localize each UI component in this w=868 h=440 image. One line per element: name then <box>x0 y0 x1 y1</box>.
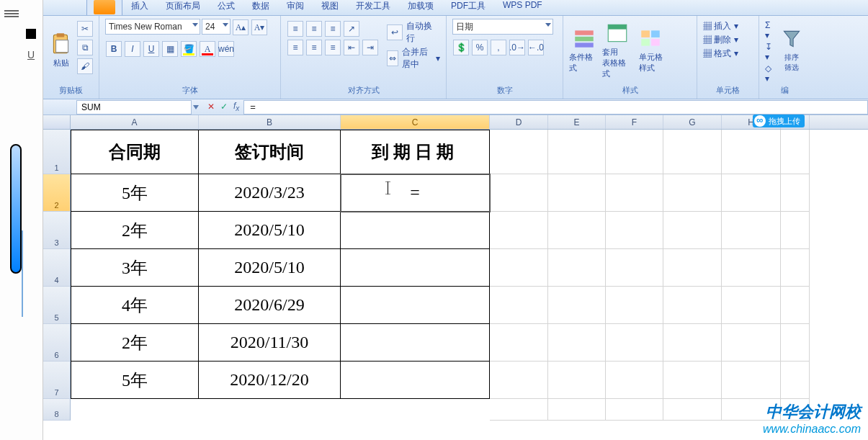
hamburger-icon[interactable] <box>4 9 19 19</box>
row-header-5[interactable]: 5 <box>43 287 71 324</box>
row-header-2[interactable]: 2 <box>43 174 71 212</box>
clear-button[interactable]: ◇ ▾ <box>765 63 777 84</box>
cell-H3[interactable] <box>722 212 781 249</box>
cell-H4[interactable] <box>722 249 781 287</box>
ribbon-tab-3[interactable]: 公式 <box>209 0 243 15</box>
namebox-dropdown-icon[interactable] <box>193 105 199 109</box>
cell-A5[interactable]: 4年 <box>71 287 199 324</box>
cells-format-button[interactable]: ▦ 格式 ▾ <box>703 48 738 60</box>
cell-D2[interactable] <box>490 174 548 212</box>
cut-button[interactable]: ✂ <box>77 21 93 37</box>
cell-C6[interactable] <box>341 324 490 362</box>
cell-D6[interactable] <box>490 324 548 362</box>
underline-button[interactable]: U <box>143 41 159 57</box>
cell-A7[interactable]: 5年 <box>71 362 199 399</box>
align-top-button[interactable]: ≡ <box>287 21 303 37</box>
cell-H1[interactable] <box>722 130 781 174</box>
comma-button[interactable]: , <box>491 40 506 55</box>
spreadsheet-grid[interactable]: ABCDEFGHJ 拖拽上传 12345678 合同期签订时间到期日期5年202… <box>43 115 868 440</box>
phonetic-button[interactable]: wén <box>218 41 234 57</box>
cell-F8[interactable] <box>606 399 663 421</box>
cell-D1[interactable] <box>490 130 548 174</box>
bold-button[interactable]: B <box>106 41 122 57</box>
fill-button[interactable]: ↧ ▾ <box>765 42 777 62</box>
cell-J2[interactable] <box>781 174 810 212</box>
cell-H7[interactable] <box>722 362 781 399</box>
cell-J7[interactable] <box>781 362 810 399</box>
merge-center-button[interactable]: ⇔合并后居中 ▾ <box>386 46 440 71</box>
cell-E4[interactable] <box>548 249 606 287</box>
wrap-text-button[interactable]: ↩自动换行 <box>386 20 440 45</box>
font-name-combo[interactable]: Times New Roman <box>105 19 200 35</box>
cell-B1[interactable]: 签订时间 <box>199 130 341 174</box>
cell-F1[interactable] <box>606 130 663 174</box>
cell-G6[interactable] <box>663 324 722 362</box>
cell-J3[interactable] <box>781 212 810 249</box>
copy-button[interactable]: ⧉ <box>77 40 93 55</box>
ribbon-tab-1[interactable]: 插入 <box>122 0 157 15</box>
formula-input[interactable]: = <box>243 100 868 115</box>
grow-font-button[interactable]: A▴ <box>233 19 249 35</box>
cell-F2[interactable] <box>606 174 663 212</box>
cell-E3[interactable] <box>548 212 606 249</box>
col-header-A[interactable]: A <box>71 115 199 129</box>
col-header-G[interactable]: G <box>663 115 722 129</box>
cell-J5[interactable] <box>781 287 810 324</box>
cell-J1[interactable] <box>781 130 810 174</box>
orientation-button[interactable]: ↗ <box>344 21 359 37</box>
ribbon-tab-8[interactable]: 加载项 <box>399 0 442 15</box>
col-header-E[interactable]: E <box>548 115 606 129</box>
row-header-6[interactable]: 6 <box>43 324 71 362</box>
cell-C3[interactable] <box>341 212 490 249</box>
font-color-button[interactable]: A <box>200 41 215 57</box>
upload-badge[interactable]: 拖拽上传 <box>753 115 805 127</box>
currency-button[interactable]: 💲 <box>453 40 469 55</box>
cell-E8[interactable] <box>548 399 606 421</box>
cell-E1[interactable] <box>548 130 606 174</box>
italic-button[interactable]: I <box>125 41 140 57</box>
cell-D4[interactable] <box>490 249 548 287</box>
cell-D5[interactable] <box>490 287 548 324</box>
select-all-corner[interactable] <box>43 115 71 129</box>
ribbon-tab-2[interactable]: 页面布局 <box>157 0 209 15</box>
percent-button[interactable]: % <box>472 40 488 55</box>
cell-G5[interactable] <box>663 287 722 324</box>
cell-A1[interactable]: 合同期 <box>71 130 199 174</box>
cell-A3[interactable]: 2年 <box>71 212 199 249</box>
font-size-combo[interactable]: 24 <box>202 19 231 35</box>
cell-C7[interactable] <box>341 362 490 399</box>
cell-F4[interactable] <box>606 249 663 287</box>
cell-G2[interactable] <box>663 174 722 212</box>
ribbon-tab-5[interactable]: 审阅 <box>278 0 313 15</box>
cell-D3[interactable] <box>490 212 548 249</box>
inc-decimal-button[interactable]: .0→ <box>509 40 525 55</box>
col-header-D[interactable]: D <box>490 115 548 129</box>
align-bottom-button[interactable]: ≡ <box>325 21 341 37</box>
cell-C5[interactable] <box>341 287 490 324</box>
cell-A6[interactable]: 2年 <box>71 324 199 362</box>
name-box[interactable]: SUM <box>76 100 192 115</box>
cell-B6[interactable]: 2020/11/30 <box>199 324 341 362</box>
cell-F3[interactable] <box>606 212 663 249</box>
cell-F5[interactable] <box>606 287 663 324</box>
sort-filter-button[interactable]: 排序 筛选 <box>779 19 804 81</box>
office-button[interactable] <box>94 0 115 14</box>
cell-D7[interactable] <box>490 362 548 399</box>
col-header-F[interactable]: F <box>606 115 663 129</box>
cell-B2[interactable]: 2020/3/23 <box>199 174 341 212</box>
cell-H5[interactable] <box>722 287 781 324</box>
conditional-format-button[interactable]: 条件格式 <box>569 19 599 81</box>
cell-G8[interactable] <box>663 399 722 421</box>
cell-G3[interactable] <box>663 212 722 249</box>
cell-G7[interactable] <box>663 362 722 399</box>
cell-B7[interactable]: 2020/12/20 <box>199 362 341 399</box>
cancel-formula-button[interactable]: ✕ <box>207 102 215 112</box>
align-center-button[interactable]: ≡ <box>306 40 322 55</box>
ribbon-tab-6[interactable]: 视图 <box>313 0 347 15</box>
table-format-button[interactable]: 套用 表格格式 <box>602 19 632 81</box>
cell-E2[interactable] <box>548 174 606 212</box>
shrink-font-button[interactable]: A▾ <box>251 19 267 35</box>
cell-B3[interactable]: 2020/5/10 <box>199 212 341 249</box>
col-header-B[interactable]: B <box>199 115 341 129</box>
cell-J4[interactable] <box>781 249 810 287</box>
